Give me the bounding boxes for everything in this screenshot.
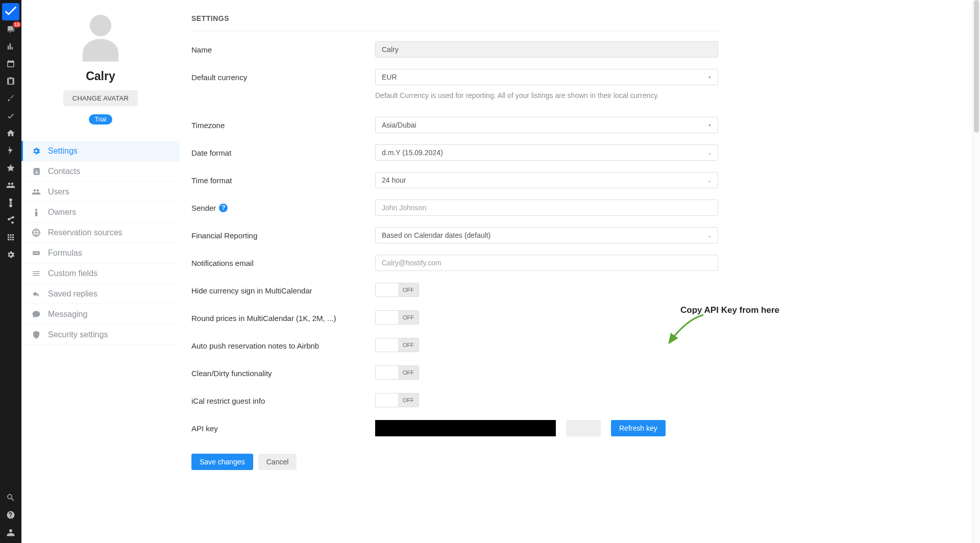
row-ical-restrict: iCal restrict guest info OFF [191,389,718,412]
save-button[interactable]: Save changes [191,454,253,470]
row-sender: Sender ? [191,196,718,219]
sidenav-settings[interactable]: Settings [21,141,180,161]
select-currency[interactable]: EUR ▼ [375,69,718,85]
svg-point-5 [37,252,38,253]
row-name: Name [191,38,718,61]
toggle-label: OFF [398,393,419,407]
select-timezone[interactable]: Asia/Dubai ▼ [375,117,718,133]
label-timezone: Timezone [191,121,375,130]
row-api-key: API key Refresh key [191,417,718,439]
sidenav-contacts[interactable]: Contacts [21,161,180,182]
sidenav-owners[interactable]: Owners [21,202,180,223]
select-value: d.m.Y (15.09.2024) [382,149,443,157]
rail-clean[interactable] [0,90,21,107]
page-title: SETTINGS [191,14,718,31]
helper-currency: Default Currency is used for reporting. … [375,91,718,100]
label-clean-dirty: Clean/Dirty functionality [191,369,375,378]
toggle-knob [376,338,398,352]
sidebar: Calry CHANGE AVATAR Trial Settings Conta… [21,0,180,490]
scrollbar-thumb[interactable] [974,0,979,133]
toggle-knob [376,283,398,297]
caret-icon: ▼ [708,124,712,127]
sidenav-label: Reservation sources [48,228,122,237]
avatar-icon [78,11,123,62]
rail-tasks[interactable] [0,107,21,125]
input-sender[interactable] [375,200,718,216]
row-round-prices: Round prices in MultiCalendar (1K, 2M, .… [191,307,718,329]
row-currency: Default currency EUR ▼ [191,66,718,88]
rail-guests[interactable] [0,177,21,194]
sidenav-label: Security settings [48,330,108,339]
sidenav-formulas[interactable]: Formulas [21,243,180,263]
input-name[interactable] [375,41,718,58]
sidenav-security-settings[interactable]: Security settings [21,325,180,345]
left-rail: 13 [0,0,21,490]
sidenav-reservation-sources[interactable]: Reservation sources [21,223,180,243]
app-logo[interactable] [2,3,19,20]
toggle-label: OFF [398,311,419,324]
sidenav-custom-fields[interactable]: Custom fields [21,263,180,284]
label-round-prices: Round prices in MultiCalendar (1K, 2M, .… [191,314,375,323]
row-notif-email: Notifications email [191,252,718,274]
label-hide-currency: Hide currency sign in MultiCalendar [191,286,375,295]
label-notif-email: Notifications email [191,259,375,267]
sidenav-messaging[interactable]: Messaging [21,304,180,325]
row-auto-push: Auto push reservation notes to Airbnb OF… [191,334,718,357]
sidenav-label: Custom fields [48,269,97,278]
label-sender: Sender ? [191,204,375,212]
rail-share[interactable] [0,211,21,229]
row-time-format: Time format 24 hour ⌄ [191,169,718,191]
select-financial[interactable]: Based on Calendar dates (default) ⌄ [375,227,718,243]
rail-clipboard[interactable] [0,72,21,90]
rail-reviews[interactable] [0,159,21,177]
label-auto-push: Auto push reservation notes to Airbnb [191,341,375,350]
profile-name: Calry [30,69,172,83]
form-buttons: Save changes Cancel [191,454,718,470]
row-date-format: Date format d.m.Y (15.09.2024) ⌄ [191,141,718,164]
rail-settings[interactable] [0,246,21,263]
rail-home[interactable] [0,125,21,142]
caret-icon: ▼ [708,76,712,79]
toggle-knob [376,366,398,379]
select-value: 24 hour [382,176,406,184]
chevron-down-icon: ⌄ [707,178,712,183]
toggle-round-prices[interactable]: OFF [375,310,419,325]
rail-chat[interactable]: 13 [0,20,21,38]
label-currency: Default currency [191,73,375,82]
rail-payments[interactable] [0,194,21,211]
label-financial: Financial Reporting [191,231,375,240]
toggle-label: OFF [398,366,419,379]
sidenav-label: Users [48,187,69,196]
toggle-label: OFF [398,338,419,352]
rail-analytics[interactable] [0,38,21,55]
refresh-key-button[interactable]: Refresh key [611,420,666,436]
toggle-ical-restrict[interactable]: OFF [375,393,419,407]
sidenav-label: Settings [48,146,78,156]
cancel-button[interactable]: Cancel [258,454,297,470]
rail-search[interactable] [0,489,21,490]
toggle-hide-currency[interactable]: OFF [375,283,419,297]
label-api-key: API key [191,424,375,433]
rail-apps[interactable] [0,229,21,246]
rail-calendar[interactable] [0,55,21,72]
input-notif-email[interactable] [375,255,718,271]
toggle-clean-dirty[interactable]: OFF [375,365,419,380]
select-value: Asia/Dubai [382,121,416,129]
label-name: Name [191,45,375,54]
row-financial: Financial Reporting Based on Calendar da… [191,224,718,246]
row-clean-dirty: Clean/Dirty functionality OFF [191,362,718,384]
api-key-spacer [566,420,601,436]
change-avatar-button[interactable]: CHANGE AVATAR [63,90,138,106]
toggle-auto-push[interactable]: OFF [375,338,419,352]
vertical-scrollbar[interactable] [972,0,980,490]
sidenav-users[interactable]: Users [21,182,180,202]
help-icon[interactable]: ? [219,204,228,212]
sidenav-label: Formulas [48,249,82,258]
row-hide-currency: Hide currency sign in MultiCalendar OFF [191,279,718,302]
api-key-value[interactable] [375,420,556,436]
select-time-format[interactable]: 24 hour ⌄ [375,172,718,188]
sidenav-saved-replies[interactable]: Saved replies [21,284,180,304]
row-timezone: Timezone Asia/Dubai ▼ [191,114,718,136]
select-date-format[interactable]: d.m.Y (15.09.2024) ⌄ [375,144,718,161]
rail-automation[interactable] [0,142,21,159]
